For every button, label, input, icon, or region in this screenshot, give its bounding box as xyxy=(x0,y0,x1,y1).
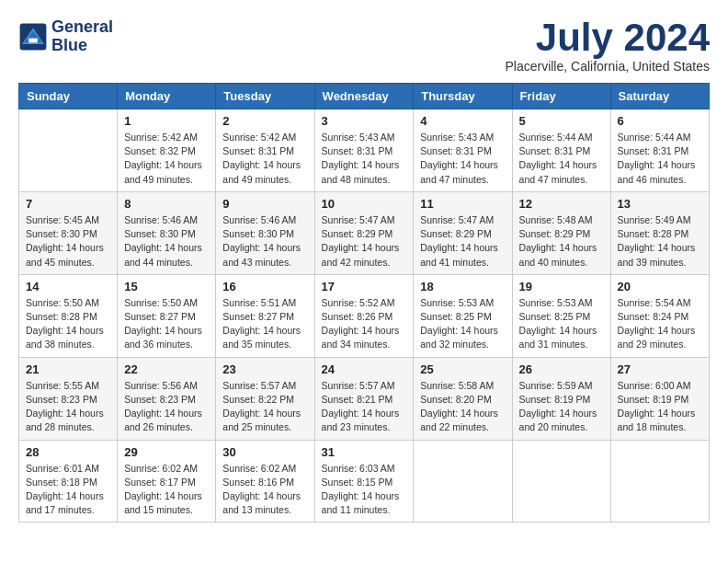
calendar-cell: 12Sunrise: 5:48 AM Sunset: 8:29 PM Dayli… xyxy=(512,191,610,274)
calendar-cell: 8Sunrise: 5:46 AM Sunset: 8:30 PM Daylig… xyxy=(118,191,216,274)
svg-rect-3 xyxy=(28,38,38,42)
calendar-week-row: 21Sunrise: 5:55 AM Sunset: 8:23 PM Dayli… xyxy=(19,357,710,440)
day-number: 17 xyxy=(322,280,407,293)
day-info: Sunrise: 5:46 AM Sunset: 8:30 PM Dayligh… xyxy=(222,213,307,270)
calendar-cell: 29Sunrise: 6:02 AM Sunset: 8:17 PM Dayli… xyxy=(118,440,216,523)
calendar-cell xyxy=(610,440,709,523)
day-info: Sunrise: 5:47 AM Sunset: 8:29 PM Dayligh… xyxy=(322,213,407,270)
day-of-week-header: Sunday xyxy=(19,84,118,109)
day-info: Sunrise: 6:01 AM Sunset: 8:18 PM Dayligh… xyxy=(26,462,110,518)
day-number: 12 xyxy=(519,197,604,211)
day-number: 3 xyxy=(322,114,407,128)
calendar-cell xyxy=(19,109,118,192)
calendar-cell: 4Sunrise: 5:43 AM Sunset: 8:31 PM Daylig… xyxy=(414,109,512,192)
logo: General Blue xyxy=(18,18,113,55)
day-info: Sunrise: 5:51 AM Sunset: 8:27 PM Dayligh… xyxy=(222,296,307,352)
day-info: Sunrise: 5:53 AM Sunset: 8:25 PM Dayligh… xyxy=(420,296,505,352)
calendar-cell: 28Sunrise: 6:01 AM Sunset: 8:18 PM Dayli… xyxy=(19,440,118,523)
calendar-cell: 9Sunrise: 5:46 AM Sunset: 8:30 PM Daylig… xyxy=(216,191,314,274)
day-of-week-header: Thursday xyxy=(414,84,512,109)
day-info: Sunrise: 5:46 AM Sunset: 8:30 PM Dayligh… xyxy=(124,213,209,270)
calendar-body: 1Sunrise: 5:42 AM Sunset: 8:32 PM Daylig… xyxy=(19,109,710,523)
day-number: 24 xyxy=(322,362,407,376)
day-number: 27 xyxy=(618,362,702,376)
title-block: July 2024 Placerville, California, Unite… xyxy=(505,18,710,74)
calendar-cell: 16Sunrise: 5:51 AM Sunset: 8:27 PM Dayli… xyxy=(216,274,314,357)
day-info: Sunrise: 5:58 AM Sunset: 8:20 PM Dayligh… xyxy=(420,379,505,435)
day-info: Sunrise: 5:48 AM Sunset: 8:29 PM Dayligh… xyxy=(519,213,604,270)
day-info: Sunrise: 5:54 AM Sunset: 8:24 PM Dayligh… xyxy=(618,296,702,352)
calendar-cell: 21Sunrise: 5:55 AM Sunset: 8:23 PM Dayli… xyxy=(19,357,118,440)
day-of-week-header: Wednesday xyxy=(314,84,414,109)
day-info: Sunrise: 5:47 AM Sunset: 8:29 PM Dayligh… xyxy=(420,213,505,270)
calendar-cell: 7Sunrise: 5:45 AM Sunset: 8:30 PM Daylig… xyxy=(19,191,118,274)
calendar-header-row: SundayMondayTuesdayWednesdayThursdayFrid… xyxy=(19,84,710,109)
calendar-cell: 10Sunrise: 5:47 AM Sunset: 8:29 PM Dayli… xyxy=(314,191,414,274)
day-number: 18 xyxy=(420,280,505,293)
day-of-week-header: Tuesday xyxy=(216,84,314,109)
day-number: 30 xyxy=(222,445,307,459)
calendar-cell: 19Sunrise: 5:53 AM Sunset: 8:25 PM Dayli… xyxy=(512,274,610,357)
day-info: Sunrise: 5:50 AM Sunset: 8:27 PM Dayligh… xyxy=(124,296,209,352)
calendar-cell: 31Sunrise: 6:03 AM Sunset: 8:15 PM Dayli… xyxy=(314,440,414,523)
calendar-cell: 13Sunrise: 5:49 AM Sunset: 8:28 PM Dayli… xyxy=(610,191,709,274)
day-number: 8 xyxy=(124,197,209,211)
day-number: 13 xyxy=(618,197,702,211)
calendar-cell: 24Sunrise: 5:57 AM Sunset: 8:21 PM Dayli… xyxy=(314,357,414,440)
day-number: 20 xyxy=(618,280,702,293)
calendar-cell: 17Sunrise: 5:52 AM Sunset: 8:26 PM Dayli… xyxy=(314,274,414,357)
day-number: 15 xyxy=(124,280,209,293)
day-number: 7 xyxy=(26,197,110,211)
location: Placerville, California, United States xyxy=(505,59,710,74)
day-of-week-header: Saturday xyxy=(610,84,709,109)
day-info: Sunrise: 5:57 AM Sunset: 8:22 PM Dayligh… xyxy=(222,379,307,435)
logo-icon xyxy=(18,22,48,52)
calendar-cell: 20Sunrise: 5:54 AM Sunset: 8:24 PM Dayli… xyxy=(610,274,709,357)
day-info: Sunrise: 5:44 AM Sunset: 8:31 PM Dayligh… xyxy=(618,131,702,187)
day-info: Sunrise: 5:53 AM Sunset: 8:25 PM Dayligh… xyxy=(519,296,604,352)
day-number: 1 xyxy=(124,114,209,128)
day-of-week-header: Monday xyxy=(118,84,216,109)
calendar-cell: 14Sunrise: 5:50 AM Sunset: 8:28 PM Dayli… xyxy=(19,274,118,357)
calendar-cell: 11Sunrise: 5:47 AM Sunset: 8:29 PM Dayli… xyxy=(414,191,512,274)
calendar-week-row: 14Sunrise: 5:50 AM Sunset: 8:28 PM Dayli… xyxy=(19,274,710,357)
day-info: Sunrise: 5:57 AM Sunset: 8:21 PM Dayligh… xyxy=(322,379,407,435)
day-info: Sunrise: 5:45 AM Sunset: 8:30 PM Dayligh… xyxy=(26,213,110,270)
day-info: Sunrise: 5:50 AM Sunset: 8:28 PM Dayligh… xyxy=(26,296,110,352)
day-info: Sunrise: 5:43 AM Sunset: 8:31 PM Dayligh… xyxy=(322,131,407,187)
calendar-cell: 3Sunrise: 5:43 AM Sunset: 8:31 PM Daylig… xyxy=(314,109,414,192)
day-info: Sunrise: 6:00 AM Sunset: 8:19 PM Dayligh… xyxy=(618,379,702,435)
month-title: July 2024 xyxy=(505,18,710,57)
day-number: 14 xyxy=(26,280,110,293)
day-info: Sunrise: 6:02 AM Sunset: 8:17 PM Dayligh… xyxy=(124,462,209,518)
calendar-week-row: 28Sunrise: 6:01 AM Sunset: 8:18 PM Dayli… xyxy=(19,440,710,523)
day-of-week-header: Friday xyxy=(512,84,610,109)
calendar-cell: 1Sunrise: 5:42 AM Sunset: 8:32 PM Daylig… xyxy=(118,109,216,192)
day-info: Sunrise: 5:42 AM Sunset: 8:32 PM Dayligh… xyxy=(124,131,209,187)
day-info: Sunrise: 6:02 AM Sunset: 8:16 PM Dayligh… xyxy=(222,462,307,518)
day-number: 31 xyxy=(322,445,407,459)
calendar-week-row: 1Sunrise: 5:42 AM Sunset: 8:32 PM Daylig… xyxy=(19,109,710,192)
day-info: Sunrise: 5:43 AM Sunset: 8:31 PM Dayligh… xyxy=(420,131,505,187)
day-info: Sunrise: 5:56 AM Sunset: 8:23 PM Dayligh… xyxy=(124,379,209,435)
day-info: Sunrise: 6:03 AM Sunset: 8:15 PM Dayligh… xyxy=(322,462,407,518)
day-number: 5 xyxy=(519,114,604,128)
calendar-cell: 6Sunrise: 5:44 AM Sunset: 8:31 PM Daylig… xyxy=(610,109,709,192)
day-info: Sunrise: 5:55 AM Sunset: 8:23 PM Dayligh… xyxy=(26,379,110,435)
day-number: 9 xyxy=(222,197,307,211)
calendar-cell: 15Sunrise: 5:50 AM Sunset: 8:27 PM Dayli… xyxy=(118,274,216,357)
day-number: 22 xyxy=(124,362,209,376)
calendar-cell: 26Sunrise: 5:59 AM Sunset: 8:19 PM Dayli… xyxy=(512,357,610,440)
day-number: 2 xyxy=(222,114,307,128)
day-info: Sunrise: 5:42 AM Sunset: 8:31 PM Dayligh… xyxy=(222,131,307,187)
calendar-cell: 25Sunrise: 5:58 AM Sunset: 8:20 PM Dayli… xyxy=(414,357,512,440)
day-info: Sunrise: 5:59 AM Sunset: 8:19 PM Dayligh… xyxy=(519,379,604,435)
calendar-cell: 30Sunrise: 6:02 AM Sunset: 8:16 PM Dayli… xyxy=(216,440,314,523)
day-number: 26 xyxy=(519,362,604,376)
day-number: 4 xyxy=(420,114,505,128)
calendar-cell: 5Sunrise: 5:44 AM Sunset: 8:31 PM Daylig… xyxy=(512,109,610,192)
calendar-cell xyxy=(414,440,512,523)
calendar-cell: 18Sunrise: 5:53 AM Sunset: 8:25 PM Dayli… xyxy=(414,274,512,357)
day-number: 29 xyxy=(124,445,209,459)
day-number: 16 xyxy=(222,280,307,293)
